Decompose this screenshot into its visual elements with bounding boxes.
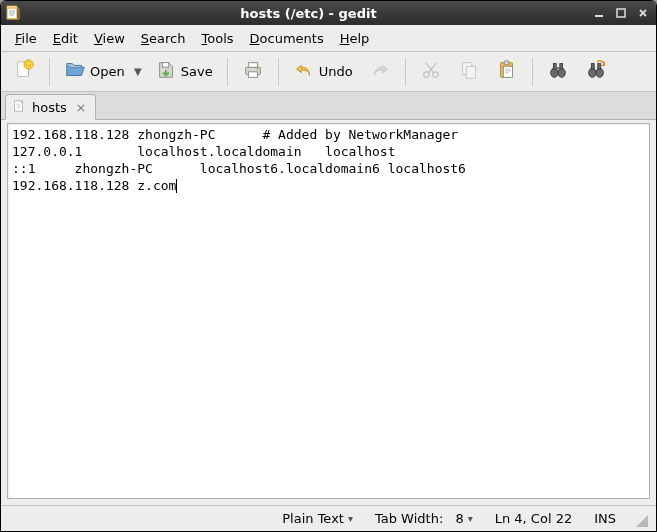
menu-help[interactable]: Help	[332, 28, 378, 49]
menu-documents-label: ocuments	[260, 31, 324, 46]
svg-rect-3	[617, 9, 625, 17]
copy-icon	[458, 59, 480, 84]
statusbar: Plain Text ▾ Tab Width: 8 ▾ Ln 4, Col 22…	[1, 505, 656, 531]
new-button[interactable]	[7, 56, 41, 88]
menu-search-label: earch	[149, 31, 185, 46]
svg-rect-17	[503, 66, 512, 77]
find-button[interactable]	[541, 56, 575, 88]
titlebar: hosts (/etc) - gedit	[1, 1, 656, 25]
toolbar-separator	[532, 58, 533, 86]
menu-search[interactable]: Search	[133, 28, 194, 49]
close-button[interactable]	[634, 5, 652, 21]
undo-label: Undo	[319, 64, 353, 79]
cursor-position: Ln 4, Col 22	[485, 509, 582, 528]
menu-file-label: ile	[22, 31, 37, 46]
save-icon	[155, 59, 177, 84]
svg-rect-8	[248, 63, 257, 68]
svg-rect-1	[8, 7, 16, 9]
svg-rect-26	[597, 64, 600, 70]
svg-rect-6	[162, 63, 168, 68]
tab-width-label: Tab Width:	[375, 511, 443, 526]
app-window: hosts (/etc) - gedit File Edit View Sear…	[0, 0, 657, 532]
close-icon: ×	[75, 100, 86, 115]
svg-rect-14	[466, 66, 475, 78]
editor-content: 192.168.118.128 zhongzh-PC # Added by Ne…	[12, 127, 466, 193]
toolbar: Open ▼ Save Undo	[1, 52, 656, 92]
svg-rect-9	[248, 72, 257, 78]
new-document-icon	[13, 59, 35, 84]
save-label: Save	[181, 64, 213, 79]
cursor-position-label: Ln 4, Col 22	[495, 511, 572, 526]
redo-button[interactable]	[363, 56, 397, 88]
binoculars-icon	[547, 59, 569, 84]
maximize-button[interactable]	[612, 5, 630, 21]
cut-button[interactable]	[414, 56, 448, 88]
document-tab[interactable]: hosts ×	[5, 94, 96, 120]
svg-rect-16	[504, 61, 509, 65]
highlight-mode-label: Plain Text	[282, 511, 344, 526]
tab-close-button[interactable]: ×	[73, 99, 89, 115]
window-title: hosts (/etc) - gedit	[27, 6, 590, 21]
chevron-down-icon: ▾	[468, 513, 473, 524]
svg-rect-2	[595, 15, 603, 17]
minimize-button[interactable]	[590, 5, 608, 21]
menu-edit-label: dit	[61, 31, 78, 46]
menu-tools[interactable]: Tools	[194, 28, 242, 49]
open-recent-dropdown[interactable]: ▼	[131, 56, 145, 88]
folder-open-icon	[64, 59, 86, 84]
text-editor[interactable]: 192.168.118.128 zhongzh-PC # Added by Ne…	[7, 123, 650, 499]
menu-file[interactable]: File	[7, 28, 45, 49]
window-controls	[590, 5, 652, 21]
copy-button[interactable]	[452, 56, 486, 88]
tab-label: hosts	[32, 100, 67, 115]
document-icon	[12, 99, 26, 116]
menu-help-label: elp	[349, 31, 369, 46]
tab-width-selector[interactable]: Tab Width: 8 ▾	[365, 509, 483, 528]
find-replace-icon	[585, 59, 607, 84]
print-button[interactable]	[236, 56, 270, 88]
printer-icon	[242, 59, 264, 84]
menubar: File Edit View Search Tools Documents He…	[1, 25, 656, 52]
find-replace-button[interactable]	[579, 56, 613, 88]
chevron-down-icon: ▼	[134, 66, 142, 77]
clipboard-icon	[496, 59, 518, 84]
undo-button[interactable]: Undo	[287, 56, 359, 88]
tab-width-value: 8	[455, 511, 463, 526]
menu-view[interactable]: View	[86, 28, 133, 49]
save-button[interactable]: Save	[149, 56, 219, 88]
menu-view-label: iew	[103, 31, 125, 46]
toolbar-separator	[405, 58, 406, 86]
app-icon	[5, 5, 21, 21]
menu-edit[interactable]: Edit	[45, 28, 86, 49]
redo-icon	[369, 59, 391, 84]
open-button[interactable]: Open	[58, 56, 131, 88]
svg-point-10	[256, 68, 258, 70]
toolbar-separator	[227, 58, 228, 86]
scissors-icon	[420, 59, 442, 84]
menu-tools-label: ools	[207, 31, 233, 46]
insert-mode-label: INS	[594, 511, 616, 526]
toolbar-separator	[49, 58, 50, 86]
menu-documents[interactable]: Documents	[242, 28, 332, 49]
undo-icon	[293, 59, 315, 84]
svg-rect-22	[556, 67, 560, 69]
tabbar: hosts ×	[1, 92, 656, 120]
toolbar-separator	[278, 58, 279, 86]
svg-rect-20	[553, 64, 556, 70]
insert-mode[interactable]: INS	[584, 509, 626, 528]
highlight-mode-selector[interactable]: Plain Text ▾	[272, 509, 363, 528]
svg-rect-25	[591, 64, 594, 70]
editor-container: 192.168.118.128 zhongzh-PC # Added by Ne…	[1, 120, 656, 505]
chevron-down-icon: ▾	[348, 513, 353, 524]
text-caret	[176, 179, 177, 193]
open-label: Open	[90, 64, 125, 79]
resize-grip[interactable]	[632, 511, 648, 527]
paste-button[interactable]	[490, 56, 524, 88]
svg-rect-21	[559, 64, 562, 70]
